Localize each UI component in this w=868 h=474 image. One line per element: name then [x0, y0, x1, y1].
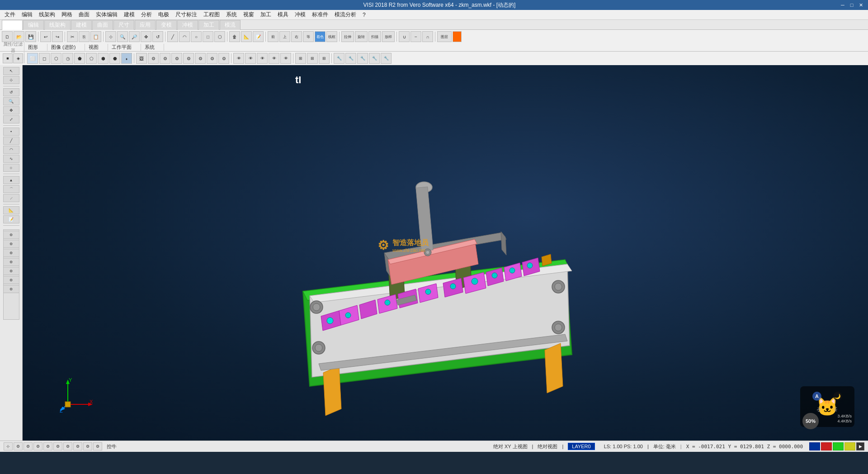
tb-save[interactable]: 💾 [25, 31, 36, 42]
tool-spline[interactable]: ∿ [3, 155, 19, 163]
tb-view-top[interactable]: 上 [279, 31, 290, 42]
tab-machining[interactable]: 加工 [198, 20, 219, 30]
tb-revolve[interactable]: 旋转 [355, 31, 368, 42]
tool-rotate[interactable]: ↺ [3, 88, 19, 96]
tool-select-arrow[interactable]: ↖ [3, 67, 19, 75]
menu-system[interactable]: 系统 [223, 10, 240, 19]
tb-shape3[interactable]: ⬡ [51, 53, 61, 64]
tool-arc2[interactable]: ◠ [3, 146, 19, 154]
tb-rect[interactable]: □ [203, 31, 213, 42]
filter-btn5[interactable]: ⚙ [3, 267, 19, 275]
tb-new[interactable]: 🗋 [2, 31, 13, 42]
status-btn6[interactable]: ⚙ [53, 442, 62, 450]
tool-pan[interactable]: ✥ [3, 106, 19, 114]
menu-die[interactable]: 冲模 [292, 10, 308, 19]
tb-view-right[interactable]: 右 [291, 31, 302, 42]
status-btn10[interactable]: ⚙ [93, 442, 102, 450]
tb-wp1[interactable]: ⊞ [295, 53, 306, 64]
tb-v3[interactable]: 👁 [257, 53, 268, 64]
menu-window[interactable]: 视窗 [241, 10, 257, 19]
viewport[interactable]: tI ⚙ 智造落地员 www.zhi-zao.net 🐱 [23, 65, 868, 441]
tb-layer[interactable]: 图层 [437, 31, 452, 42]
tab-edit[interactable]: 编辑 [23, 20, 44, 30]
tb-zoom-out[interactable]: 🔎 [129, 31, 140, 42]
minimize-button[interactable]: ─ [839, 1, 846, 9]
tb-sys1[interactable]: 🔧 [334, 53, 344, 64]
menu-machining[interactable]: 加工 [258, 10, 274, 19]
menu-dimensions[interactable]: 尺寸标注 [173, 10, 200, 19]
tool-extrude2[interactable]: ▲ [3, 176, 19, 184]
tb-img4[interactable]: ⚙ [171, 53, 182, 64]
tool-note2[interactable]: 📝 [3, 215, 19, 223]
tb-line[interactable]: ╱ [167, 31, 178, 42]
tb-shape6[interactable]: ⬠ [86, 53, 97, 64]
tb-img2[interactable]: ⚙ [148, 53, 159, 64]
tb-open[interactable]: 📂 [14, 31, 24, 42]
menu-file[interactable]: 文件 [2, 10, 18, 19]
status-btn3[interactable]: ⚙ [24, 442, 33, 450]
tab-moldflow[interactable]: 模流 [220, 20, 241, 30]
tab-wireframe[interactable]: 线架构 [44, 20, 71, 30]
tb-color[interactable] [453, 31, 462, 42]
menu-mesh[interactable]: 网格 [59, 10, 75, 19]
filter-btn2[interactable]: ⚙ [3, 240, 19, 248]
tool-select-box[interactable]: ⊹ [3, 76, 19, 84]
tb-attr2[interactable]: ◈ [13, 53, 23, 63]
menu-wireframe[interactable]: 线架构 [36, 10, 58, 19]
tb-sys4[interactable]: 🔧 [369, 53, 380, 64]
tb-v1[interactable]: 👁 [233, 53, 244, 64]
tb-v4[interactable]: 👁 [269, 53, 279, 64]
menu-help[interactable]: ? [360, 11, 368, 19]
tb-extrude[interactable]: 拉伸 [341, 31, 354, 42]
menu-edit[interactable]: 编辑 [19, 10, 35, 19]
status-btn9[interactable]: ⚙ [83, 442, 92, 450]
tb-v5[interactable]: 👁 [280, 53, 291, 64]
tb-shape7[interactable]: ⬢ [98, 53, 108, 64]
tb-delete[interactable]: 🗑 [229, 31, 240, 42]
status-btn8[interactable]: ⚙ [73, 442, 82, 450]
tb-poly[interactable]: ⬡ [214, 31, 225, 42]
menu-surface[interactable]: 曲面 [76, 10, 92, 19]
color-expand[interactable]: ▶ [856, 442, 864, 450]
status-btn5[interactable]: ⚙ [43, 442, 52, 450]
filter-btn6[interactable]: ⚙ [3, 276, 19, 284]
tb-shape8[interactable]: ⬣ [109, 53, 120, 64]
tb-wp3[interactable]: ⊞ [319, 53, 330, 64]
tb-shape1[interactable]: ⬜ [27, 53, 38, 64]
tb-img6[interactable]: ⚙ [195, 53, 206, 64]
status-btn4[interactable]: ⚙ [33, 442, 42, 450]
menu-model[interactable]: 建模 [121, 10, 137, 19]
menu-mold[interactable]: 模具 [275, 10, 291, 19]
tb-select[interactable]: ⊹ [105, 31, 116, 42]
tab-standard[interactable]: 标准 [2, 20, 23, 30]
tb-view-iso[interactable]: 等 [303, 31, 314, 42]
tb-undo[interactable]: ↩ [40, 31, 51, 42]
menu-solid-edit[interactable]: 实体编辑 [93, 10, 120, 19]
tb-sys2[interactable]: 🔧 [345, 53, 356, 64]
tab-apply[interactable]: 应用 [135, 20, 156, 30]
tb-shape9[interactable]: ⬧ [121, 53, 132, 64]
filter-btn1[interactable]: ⚙ [3, 231, 19, 239]
tb-attr1[interactable]: ■ [3, 53, 13, 63]
tb-boolean-sub[interactable]: − [410, 31, 421, 42]
menu-electrode[interactable]: 电极 [156, 10, 172, 19]
tab-build[interactable]: 建模 [71, 20, 92, 30]
tool-circle2[interactable]: ○ [3, 164, 19, 172]
tb-measure[interactable]: 📐 [241, 31, 252, 42]
tb-img1[interactable]: 🖼 [136, 53, 147, 64]
tool-zoom[interactable]: 🔍 [3, 97, 19, 105]
menu-drawing[interactable]: 工程图 [201, 10, 222, 19]
tool-point[interactable]: • [3, 128, 19, 136]
menu-standard[interactable]: 标准件 [309, 10, 331, 19]
tb-zoom-in[interactable]: 🔍 [117, 31, 128, 42]
tab-die[interactable]: 冲模 [177, 20, 198, 30]
tb-note[interactable]: 📝 [253, 31, 264, 42]
tb-arc[interactable]: ◠ [179, 31, 190, 42]
tb-cut[interactable]: ✂ [67, 31, 78, 42]
tb-pan[interactable]: ✥ [141, 31, 151, 42]
tb-view-front[interactable]: 前 [268, 31, 278, 42]
tb-img7[interactable]: ⚙ [207, 53, 217, 64]
tb-view-wire[interactable]: 线框 [326, 31, 337, 42]
tb-redo[interactable]: ↪ [52, 31, 63, 42]
tb-v2[interactable]: 👁 [245, 53, 256, 64]
